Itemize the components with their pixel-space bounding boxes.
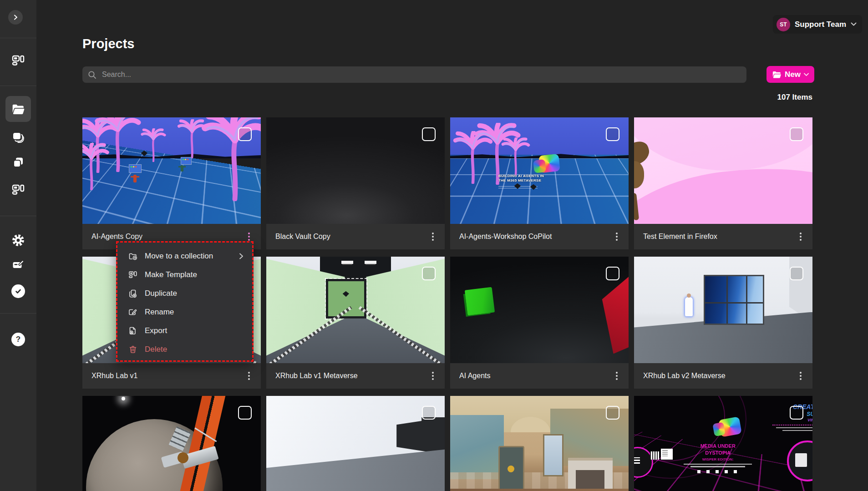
dinosaur-skeleton	[634, 143, 657, 224]
sidebar-divider	[0, 216, 36, 216]
project-context-menu: Move to a collection Make Template	[116, 241, 254, 362]
check-circle-icon	[11, 284, 25, 298]
context-menu-label: Delete	[145, 345, 244, 354]
chevron-right-icon	[12, 14, 19, 20]
red-shape	[590, 273, 629, 354]
move-to-collection-icon	[128, 252, 137, 261]
project-thumbnail[interactable]	[82, 117, 261, 224]
select-checkbox[interactable]	[238, 406, 252, 420]
search-bar[interactable]	[82, 66, 746, 83]
select-checkbox[interactable]	[422, 127, 436, 141]
sidebar-item-settings[interactable]	[6, 229, 30, 251]
qr-code	[650, 451, 659, 460]
page-title: Projects	[82, 36, 134, 51]
select-checkbox[interactable]	[606, 127, 619, 141]
project-thumbnail[interactable]	[634, 117, 812, 224]
avatar-figure	[685, 297, 693, 316]
project-thumbnail[interactable]: BUILDING AI AGENTS IN THE M365 METAVERSE	[450, 117, 629, 224]
select-checkbox[interactable]	[606, 267, 619, 280]
duplicate-icon	[128, 289, 137, 298]
select-checkbox[interactable]	[790, 406, 803, 420]
context-menu-item-delete[interactable]: Delete	[117, 340, 252, 359]
export-icon	[128, 326, 137, 335]
project-thumbnail[interactable]: MEDIA UNDER DYSTOPIA WISPER EDITION: CRE…	[634, 396, 812, 491]
project-title: XRhub Lab v1	[91, 372, 244, 380]
sidebar-expand-button[interactable]	[8, 10, 23, 25]
kebab-menu-icon[interactable]	[428, 370, 437, 381]
project-card	[450, 396, 629, 491]
star-glow	[122, 397, 125, 400]
select-checkbox[interactable]	[238, 127, 252, 141]
folder-open-icon	[11, 103, 25, 115]
chevron-down-icon	[804, 73, 809, 76]
kebab-menu-icon[interactable]	[796, 231, 805, 242]
fresco-wall	[450, 415, 504, 479]
project-thumbnail[interactable]	[82, 396, 261, 491]
project-thumbnail[interactable]	[266, 117, 445, 224]
sidebar-item-billing[interactable]	[6, 254, 30, 276]
green-cube	[465, 287, 495, 316]
kebab-menu-icon[interactable]	[244, 231, 254, 242]
select-checkbox[interactable]	[422, 267, 436, 280]
sidebar-divider	[0, 86, 36, 86]
kebab-menu-icon[interactable]	[612, 231, 621, 242]
kebab-menu-icon[interactable]	[612, 370, 621, 381]
chevron-right-icon	[239, 253, 244, 260]
select-checkbox[interactable]	[422, 406, 436, 420]
context-menu-item-export[interactable]: Export	[117, 321, 252, 340]
project-thumbnail[interactable]	[266, 257, 445, 363]
context-menu-item-move-to-collection[interactable]: Move to a collection	[117, 247, 252, 265]
space-station	[154, 440, 227, 477]
search-icon	[88, 71, 96, 79]
project-card: BUILDING AI AGENTS IN THE M365 METAVERSE…	[450, 117, 629, 249]
sidebar-item-spaces[interactable]	[6, 127, 30, 149]
project-card	[266, 396, 445, 491]
project-thumbnail[interactable]	[450, 257, 629, 363]
card-titlebar: AI-Agents-Workshop CoPilot	[450, 224, 629, 249]
search-input[interactable]	[101, 70, 742, 79]
kebab-menu-icon[interactable]	[796, 370, 805, 381]
context-menu-item-duplicate[interactable]: Duplicate	[117, 284, 252, 303]
card-titlebar: XRhub Lab v1	[82, 363, 261, 389]
door	[498, 446, 524, 491]
sidebar-item-tasks[interactable]	[6, 280, 30, 302]
context-menu-label: Export	[145, 326, 244, 335]
layers-icon	[12, 132, 25, 144]
palm-tree	[82, 143, 110, 190]
ceiling-lamp	[365, 261, 376, 264]
context-menu-item-make-template[interactable]: Make Template	[117, 265, 252, 284]
neon-title-block: MEDIA UNDER DYSTOPIA WISPER EDITION:	[634, 443, 802, 473]
sidebar-divider	[0, 38, 36, 38]
project-card: MEDIA UNDER DYSTOPIA WISPER EDITION: CRE…	[634, 396, 812, 491]
sidebar-item-templates-2[interactable]	[6, 179, 30, 201]
sidebar-item-templates[interactable]	[6, 50, 30, 71]
palm-tree	[141, 128, 166, 162]
card-titlebar: Test Element in Firefox	[634, 224, 812, 249]
project-title: XRhub Lab v2 Metaverse	[643, 372, 796, 380]
kebab-menu-icon[interactable]	[244, 370, 254, 381]
kebab-menu-icon[interactable]	[428, 231, 437, 242]
user-name: Support Team	[795, 20, 846, 29]
sidebar-divider	[0, 313, 36, 314]
new-button[interactable]: New	[766, 66, 814, 83]
project-thumbnail[interactable]	[266, 396, 445, 491]
select-checkbox[interactable]	[790, 267, 803, 280]
folder-open-icon	[772, 71, 782, 79]
project-thumbnail[interactable]	[634, 257, 812, 363]
avatar: ST	[777, 18, 790, 31]
select-checkbox[interactable]	[790, 127, 803, 141]
select-checkbox[interactable]	[606, 406, 619, 420]
rename-icon	[128, 308, 137, 317]
context-menu-label: Rename	[145, 308, 244, 317]
templates-icon	[12, 183, 25, 196]
project-thumbnail[interactable]	[450, 396, 629, 491]
project-card: XRhub Lab v2 Metaverse	[634, 257, 812, 389]
sidebar-item-collections[interactable]	[6, 152, 30, 173]
context-menu-item-rename[interactable]: Rename	[117, 303, 252, 321]
project-card	[82, 396, 261, 491]
sidebar-item-help[interactable]: ?	[6, 329, 30, 350]
user-menu[interactable]: ST Support Team	[773, 15, 862, 34]
window	[543, 434, 563, 476]
delete-trash-icon	[128, 345, 137, 354]
sidebar-item-projects[interactable]	[5, 96, 31, 122]
